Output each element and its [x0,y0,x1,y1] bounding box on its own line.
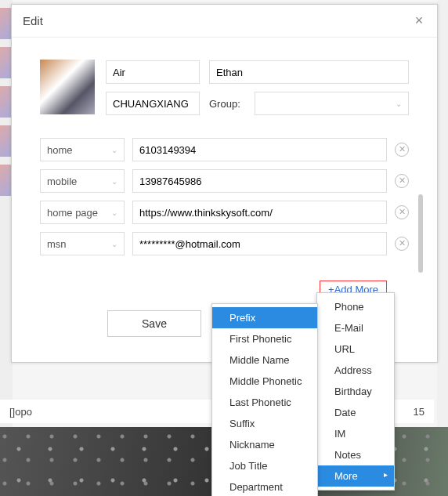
menu-item-birthday[interactable]: Birthday [317,381,394,402]
field-row: home page ⌄ ✕ [40,201,409,224]
thumb [0,8,11,39]
chevron-down-icon: ⌄ [111,146,117,154]
group-label: Group: [209,98,245,110]
group-row: Group: ⌄ [209,92,409,115]
field-row: mobile ⌄ ✕ [40,169,409,193]
first-name-input[interactable] [106,60,200,84]
name-grid: Group: ⌄ [106,60,409,116]
dialog-title: Edit [23,14,43,27]
field-type-select[interactable]: home page ⌄ [40,201,125,224]
chevron-down-icon: ⌄ [111,177,117,186]
field-value-input[interactable] [132,169,387,193]
field-type-label: msn [47,238,67,250]
scrollbar[interactable] [418,194,423,273]
more-submenu: Prefix First Phonetic Middle Name Middle… [211,303,318,496]
field-value-input[interactable] [132,232,387,255]
menu-item-date[interactable]: Date [317,402,394,423]
menu-item-email[interactable]: E-Mail [317,317,394,339]
delete-field-icon[interactable]: ✕ [395,143,409,157]
dialog-header: Edit × [12,5,437,38]
thumb [0,86,11,118]
menu-item-department[interactable]: Department [212,476,317,496]
contact-right-label: 15 [414,406,425,418]
close-icon[interactable]: × [412,14,426,28]
save-button[interactable]: Save [107,310,201,337]
thumb [0,165,11,196]
menu-item-last-phonetic[interactable]: Last Phonetic [212,392,317,413]
menu-item-middle-phonetic[interactable]: Middle Phonetic [212,371,317,392]
menu-item-suffix[interactable]: Suffix [212,413,317,434]
field-type-label: home page [47,207,98,219]
menu-item-phone[interactable]: Phone [317,296,394,317]
dialog-body: Group: ⌄ home ⌄ ✕ mobile ⌄ [12,38,437,255]
menu-item-first-phonetic[interactable]: First Phonetic [212,328,317,349]
menu-item-job-title[interactable]: Job Title [212,455,317,476]
menu-item-more[interactable]: More [317,465,394,487]
avatar[interactable] [40,60,95,114]
field-value-input[interactable] [132,201,387,224]
chevron-down-icon: ⌄ [111,208,117,217]
right-scrollbar-area [437,0,448,496]
field-type-select[interactable]: mobile ⌄ [40,169,125,193]
delete-field-icon[interactable]: ✕ [395,174,409,188]
add-more-menu: Phone E-Mail URL Address Birthday Date I… [316,292,395,491]
field-type-label: home [47,144,73,156]
menu-item-nickname[interactable]: Nickname [212,434,317,455]
contact-header-row: Group: ⌄ [40,60,409,116]
field-value-input[interactable] [132,138,387,161]
menu-item-prefix[interactable]: Prefix [212,307,317,328]
chevron-down-icon: ⌄ [111,240,117,248]
menu-item-notes[interactable]: Notes [317,444,394,465]
field-row: home ⌄ ✕ [40,138,409,161]
field-row: msn ⌄ ✕ [40,232,409,255]
delete-field-icon[interactable]: ✕ [395,205,409,219]
menu-item-im[interactable]: IM [317,423,394,444]
menu-item-address[interactable]: Address [317,360,394,381]
field-type-select[interactable]: msn ⌄ [40,232,125,255]
menu-item-url[interactable]: URL [317,339,394,360]
delete-field-icon[interactable]: ✕ [395,237,409,251]
menu-item-middle-name[interactable]: Middle Name [212,349,317,371]
last-name-input[interactable] [209,60,409,84]
thumb [0,47,11,78]
field-type-label: mobile [47,176,77,187]
group-select[interactable]: ⌄ [255,92,409,115]
chevron-down-icon: ⌄ [396,100,402,108]
contact-name-label: []opo [9,406,32,418]
field-type-select[interactable]: home ⌄ [40,138,125,161]
company-input[interactable] [106,92,200,115]
thumb [0,125,11,157]
field-list: home ⌄ ✕ mobile ⌄ ✕ home page ⌄ [40,138,409,255]
